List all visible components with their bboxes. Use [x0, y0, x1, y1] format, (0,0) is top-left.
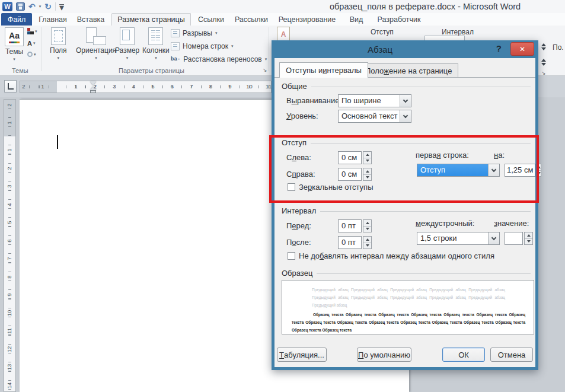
alignment-dropdown[interactable]: По ширине [338, 94, 411, 107]
level-dropdown[interactable]: Основной текст [338, 110, 411, 123]
spacing-after-spinner[interactable]: 0 пт [338, 236, 372, 249]
text-cursor [57, 135, 58, 149]
ruler-number: 2 [5, 101, 14, 109]
general-legend: Общие [282, 82, 311, 91]
v-ruler-active-zone: 1234567891011121314 [4, 136, 15, 391]
dialog-tab-line-page-breaks[interactable]: Положение на странице [359, 63, 458, 78]
no-space-same-style-checkbox[interactable]: Не добавлять интервал между абзацами одн… [288, 251, 494, 260]
by-label: на: [494, 151, 505, 160]
ok-button[interactable]: ОК [442, 348, 485, 362]
theme-colors-button[interactable]: ▾ [27, 28, 37, 34]
ruler-number: 1 [70, 83, 82, 90]
spinner-arrows-icon[interactable] [363, 236, 372, 249]
tab-view[interactable]: Вид [343, 13, 370, 26]
themes-button[interactable]: Aa Темы▾ [5, 27, 24, 62]
ruler-number: 9 [5, 291, 14, 299]
margins-button[interactable]: Поля▾ [50, 27, 67, 60]
page-setup-dialog-launcher-icon[interactable]: ↘ [263, 68, 267, 73]
breaks-button[interactable]: Разрывы▾ [171, 29, 217, 37]
ruler-number: 3 [5, 182, 14, 190]
tab-mailings[interactable]: Рассылки [231, 13, 272, 26]
columns-button[interactable]: Колонки▾ [142, 27, 170, 60]
theme-fonts-button[interactable]: A▾ [27, 40, 35, 47]
margins-icon [51, 27, 66, 45]
ruler-number: 5 [147, 83, 159, 90]
ruler-number: 14 [5, 381, 14, 390]
checkbox-icon[interactable] [288, 183, 295, 191]
ruler-number: 13 [5, 363, 14, 371]
undo-caret-icon[interactable]: ▾ [39, 4, 42, 9]
undo-icon[interactable]: ↶ [28, 2, 36, 11]
tab-file[interactable]: Файл [1, 13, 32, 26]
alignment-value: По ширине [339, 95, 400, 107]
columns-icon [148, 27, 163, 45]
spacing-before-spinner[interactable]: 0 пт [338, 219, 372, 232]
ruler-number: 8 [5, 273, 14, 281]
paragraph-dialog: Абзац ? ✕ Отступы и интервалы Положение … [272, 40, 538, 370]
tab-page-layout[interactable]: Разметка страницы [111, 13, 191, 26]
dropdown-arrow-icon[interactable] [488, 164, 499, 176]
ribbon-spinner-icons[interactable] [541, 59, 546, 66]
indent-left-label: Слева: [286, 153, 311, 162]
spinner-arrows-icon[interactable] [363, 219, 372, 232]
line-numbers-button[interactable]: Номера строк▾ [171, 42, 234, 50]
theme-effects-button[interactable]: ▾ [27, 52, 36, 57]
tab-review[interactable]: Рецензирование [274, 13, 340, 26]
spinner-arrows-icon[interactable] [524, 232, 533, 245]
dropdown-arrow-icon[interactable] [400, 95, 411, 107]
ribbon-spinner-icons[interactable] [541, 43, 546, 50]
checkbox-icon[interactable] [288, 252, 295, 260]
spacing-before-label: Перед: [286, 221, 311, 230]
by-spinner[interactable]: 1,25 см [505, 164, 533, 177]
dialog-close-button[interactable]: ✕ [510, 42, 534, 56]
spinner-arrows-icon[interactable] [363, 168, 372, 181]
tab-insert[interactable]: Вставка [72, 13, 109, 26]
customize-qat-icon[interactable]: ▾ [59, 4, 64, 9]
paragraph-dialog-launcher-icon[interactable]: ↘ [541, 71, 546, 76]
cancel-button[interactable]: Отмена [490, 348, 533, 362]
level-label: Уровень: [286, 111, 318, 120]
general-group-line: Общие [282, 87, 531, 87]
redo-icon[interactable]: ↻ [44, 2, 52, 11]
indent-legend: Отступ [282, 138, 311, 147]
left-indent-marker[interactable] [90, 90, 96, 93]
ribbon-spacing-label: Интервал [442, 28, 474, 36]
tabs-button[interactable]: Табуляция... [277, 348, 327, 362]
orientation-button[interactable]: Ориентация▾ [76, 27, 116, 60]
mirror-indents-checkbox[interactable]: Зеркальные отступы [288, 183, 374, 192]
sample-preview-box: Предыдущий абзац Предыдущий абзац Предыд… [282, 280, 534, 334]
group-separator [42, 27, 42, 71]
at-spinner[interactable] [505, 232, 533, 245]
sample-legend: Образец [282, 269, 317, 278]
first-line-dropdown[interactable]: Отступ [417, 164, 500, 177]
ribbon-tab-row: Файл Главная Вставка Разметка страницы С… [0, 13, 565, 26]
qat-separator [55, 2, 56, 11]
indent-left-value: 0 см [338, 151, 362, 164]
size-button[interactable]: Размер▾ [115, 27, 139, 60]
spinner-arrows-icon[interactable] [363, 151, 372, 164]
hyphenation-icon: ba- [171, 56, 180, 62]
size-icon [120, 27, 135, 45]
at-value [505, 232, 523, 245]
no-space-same-style-label: Не добавлять интервал между абзацами одн… [299, 251, 494, 260]
indent-right-spinner[interactable]: 0 см [338, 168, 372, 181]
save-icon[interactable] [16, 2, 25, 11]
sample-group-line: Образец [282, 273, 531, 274]
dropdown-arrow-icon[interactable] [488, 232, 499, 244]
spinner-arrows-icon[interactable] [537, 164, 541, 177]
line-spacing-dropdown[interactable]: 1,5 строки [417, 232, 500, 245]
ribbon-right-fragment: По. [553, 43, 564, 52]
orientation-icon [86, 27, 106, 45]
dialog-help-button[interactable]: ? [496, 43, 502, 53]
tab-references[interactable]: Ссылки [193, 13, 229, 26]
ruler-number: 4 [5, 200, 14, 209]
set-as-default-button[interactable]: По умолчанию [357, 348, 411, 362]
tab-developer[interactable]: Разработчик [372, 13, 426, 26]
hyphenation-button[interactable]: ba- Расстановка переносов▾ [171, 55, 267, 63]
tab-stop-selector[interactable] [4, 80, 17, 93]
tab-home[interactable]: Главная [34, 13, 71, 26]
dropdown-arrow-icon[interactable] [400, 110, 411, 122]
indent-left-spinner[interactable]: 0 см [338, 151, 372, 164]
dialog-tab-indents-spacing[interactable]: Отступы и интервалы [279, 62, 368, 78]
ruler-number: 8 [205, 83, 217, 90]
